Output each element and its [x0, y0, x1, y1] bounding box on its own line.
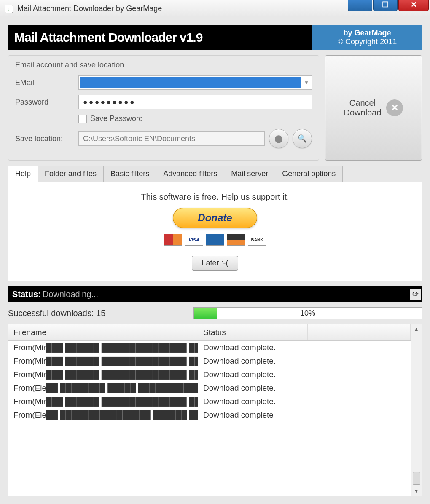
mastercard-icon	[164, 234, 182, 246]
later-button[interactable]: Later :-(	[192, 256, 238, 271]
downloads-table: Filename Status From(Mir███ ██████ █████…	[8, 324, 422, 496]
tab-general-options[interactable]: General options	[275, 166, 343, 182]
discover-icon	[227, 234, 245, 246]
brand-copyright: © Copyright 2011	[312, 38, 422, 46]
email-value-redacted	[80, 77, 301, 88]
cell-status: Download complete	[198, 410, 411, 421]
password-label: Password	[15, 98, 74, 107]
cell-status: Download complete.	[198, 369, 411, 380]
email-label: EMail	[15, 78, 74, 87]
tab-advanced-filters[interactable]: Advanced filters	[156, 166, 224, 182]
chevron-down-icon[interactable]: ▼	[301, 80, 312, 86]
progress-bar: 10%	[194, 307, 422, 319]
table-row[interactable]: From(Mir███ ██████ ███████████████ ███).…	[8, 395, 411, 408]
cancel-label: Cancel Download	[344, 98, 382, 118]
status-bar: Status: Downloading... ⟳	[8, 286, 422, 302]
cell-filename: From(Ele██ ████████ █████ ██████████████…	[8, 383, 198, 394]
save-location-field[interactable]	[78, 131, 265, 146]
tab-content-help: This software is free. Help us support i…	[8, 182, 422, 281]
cell-filename: From(Mir███ ██████ ███████████████ ███).…	[8, 356, 198, 367]
brand-box: by GearMage © Copyright 2011	[312, 25, 422, 50]
cell-filename: From(Mir███ ██████ ███████████████ ███).…	[8, 342, 198, 353]
col-empty	[308, 324, 411, 340]
account-group: Email account and save location EMail ▼ …	[8, 55, 319, 161]
password-field[interactable]	[78, 95, 312, 109]
status-label: Status:	[12, 290, 41, 299]
tab-mail-server[interactable]: Mail server	[224, 166, 275, 182]
progress-row: Successful downloads: 15 10%	[8, 307, 422, 319]
bank-icon: BANK	[248, 234, 266, 246]
table-body: From(Mir███ ██████ ███████████████ ███).…	[8, 341, 411, 496]
client-area: Mail Attachment Downloader v1.9 by GearM…	[0, 17, 430, 504]
table-row[interactable]: From(Mir███ ██████ ███████████████ ███).…	[8, 368, 411, 381]
window-controls: — ☐ ✕	[348, 0, 430, 17]
cell-status: Download complete.	[198, 383, 411, 394]
group-title: Email account and save location	[15, 61, 312, 70]
col-status[interactable]: Status	[198, 324, 308, 340]
table-row[interactable]: From(Mir███ ██████ ███████████████ ███).…	[8, 354, 411, 368]
progress-percent: 10%	[194, 309, 422, 318]
cell-status: Download complete.	[198, 356, 411, 367]
table-row[interactable]: From(Mir███ ██████ ███████████████ ███).…	[8, 341, 411, 354]
app-window: ↓ Mail Attachment Downloader by GearMage…	[0, 0, 430, 504]
maximize-button[interactable]: ☐	[373, 0, 398, 11]
tab-strip: Help Folder and files Basic filters Adva…	[8, 166, 422, 182]
brand-by: by GearMage	[312, 29, 422, 38]
payment-cards: VISA BANK	[164, 234, 266, 246]
cell-filename: From(Mir███ ██████ ███████████████ ███).…	[8, 369, 198, 380]
browse-button[interactable]: 🔍	[293, 129, 312, 148]
scroll-up-icon[interactable]: ▲	[414, 326, 419, 332]
banner: Mail Attachment Downloader v1.9 by GearM…	[8, 25, 422, 50]
window-title: Mail Attachment Downloader by GearMage	[17, 4, 348, 13]
app-icon: ↓	[5, 5, 13, 13]
cell-status: Download complete.	[198, 342, 411, 353]
table-row[interactable]: From(Ele██ ████████ █████ ██████████████…	[8, 381, 411, 395]
cell-filename: From(Mir███ ██████ ███████████████ ███).…	[8, 396, 198, 407]
save-password-label: Save Password	[90, 114, 143, 123]
email-combo[interactable]: ▼	[78, 75, 312, 90]
amex-icon	[206, 234, 224, 246]
tab-help[interactable]: Help	[8, 166, 38, 182]
folder-icon: ⬤	[274, 134, 283, 143]
app-title: Mail Attachment Downloader v1.9	[8, 25, 312, 50]
scroll-thumb[interactable]	[413, 472, 420, 485]
tabs-container: Help Folder and files Basic filters Adva…	[8, 166, 422, 281]
cell-filename: From(Ele██ ████████████████ ██████ █████…	[8, 410, 198, 421]
save-location-label: Save location:	[15, 134, 74, 143]
close-button[interactable]: ✕	[398, 0, 429, 11]
col-filename[interactable]: Filename	[8, 324, 198, 340]
visa-icon: VISA	[185, 234, 203, 246]
scroll-down-icon[interactable]: ▼	[414, 488, 419, 494]
cancel-download-button[interactable]: Cancel Download ✕	[325, 55, 422, 161]
scrollbar[interactable]: ▲ ▼	[411, 324, 422, 496]
table-header: Filename Status	[8, 324, 411, 341]
open-folder-button[interactable]: ⬤	[269, 129, 288, 148]
loading-icon: ⟳	[410, 289, 421, 300]
status-text: Downloading...	[43, 290, 98, 299]
search-icon: 🔍	[298, 134, 307, 143]
help-text: This software is free. Help us support i…	[141, 192, 289, 202]
download-count: Successful downloads: 15	[8, 308, 185, 318]
account-row: Email account and save location EMail ▼ …	[8, 55, 422, 161]
table-row[interactable]: From(Ele██ ████████████████ ██████ █████…	[8, 408, 411, 422]
titlebar[interactable]: ↓ Mail Attachment Downloader by GearMage…	[0, 0, 430, 17]
tab-basic-filters[interactable]: Basic filters	[103, 166, 156, 182]
tab-folder-files[interactable]: Folder and files	[38, 166, 104, 182]
cell-status: Download complete.	[198, 396, 411, 407]
minimize-button[interactable]: —	[348, 0, 372, 11]
cancel-icon: ✕	[386, 99, 403, 116]
save-password-checkbox[interactable]	[78, 115, 87, 123]
donate-button[interactable]: Donate	[173, 208, 257, 228]
